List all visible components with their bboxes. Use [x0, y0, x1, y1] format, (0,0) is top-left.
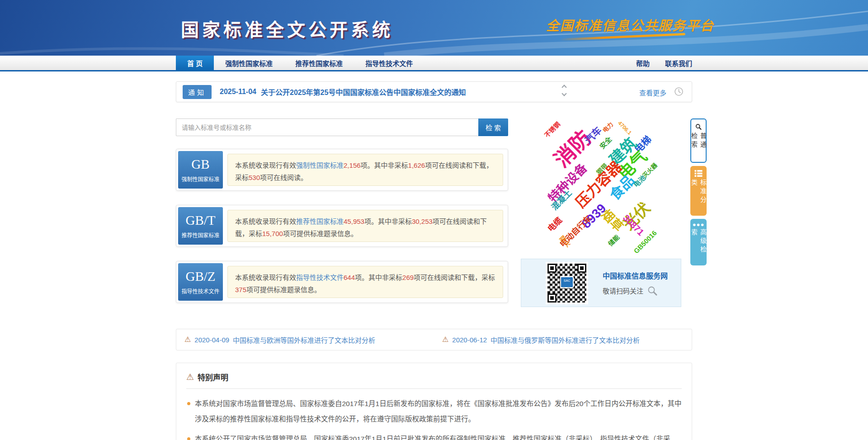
- statement-bullet-0: 本系统对国家市场监督管理总局、国家标准委自2017年1月1日后新发布的国家标准，…: [186, 396, 682, 427]
- news-item-0: ⚠2020-04-09中国标准与欧洲等国外标准进行了文本比对分析: [176, 335, 434, 345]
- card-text: 1,626: [408, 161, 425, 169]
- tab-advanced-search[interactable]: ●●● 高级检索: [690, 219, 707, 265]
- search-input[interactable]: [176, 118, 478, 136]
- nav-right-items: 帮助联系我们: [636, 56, 692, 71]
- card-category-link[interactable]: 推荐性国家标准: [296, 218, 344, 225]
- card-text: 项可在线阅读和下载，采标: [414, 274, 495, 281]
- notice-title-link[interactable]: 关于公开2025年第25号中国国家标准公告中国家标准全文的通知: [261, 86, 466, 97]
- nav-item-2[interactable]: 推荐性国家标准: [284, 56, 354, 71]
- card-text: 项。其中非采标: [361, 161, 408, 169]
- tab-basic-search[interactable]: 普通检索: [690, 118, 707, 163]
- notice-badge[interactable]: 通知: [183, 85, 212, 99]
- bullet-text: 本系统对国家市场监督管理总局、国家标准委自2017年1月1日后新发布的国家标准，…: [195, 396, 682, 427]
- card-text: 项可提供标准题录信息。: [246, 286, 321, 293]
- qr-code: SAC: [547, 264, 586, 303]
- nav-link-0[interactable]: 帮助: [636, 56, 650, 71]
- notice-scroll-controls: [562, 85, 566, 95]
- left-column: 检 索 GB强制性国家标准本系统收录现行有效强制性国家标准2,156项。其中非采…: [176, 118, 508, 307]
- divider: [186, 388, 682, 389]
- platform-logo-text: 全国标准信息公共服务平台: [546, 15, 686, 34]
- news-title-link[interactable]: 中国标准与俄罗斯等国外标准进行了文本比对分析: [491, 335, 640, 345]
- search-bar: 检 索: [176, 118, 508, 136]
- card-text: 30,253: [412, 218, 433, 225]
- card-text: 项。其中非采标: [355, 274, 402, 281]
- card-text: 644: [344, 274, 355, 281]
- qr-finder-icon: [577, 264, 586, 273]
- card-category-link[interactable]: 强制性国家标准: [296, 161, 344, 169]
- card-code-box[interactable]: GB/Z指导性技术文件: [178, 263, 223, 301]
- word-cloud-term[interactable]: 不锈钢: [542, 119, 562, 139]
- chevron-up-icon[interactable]: [561, 85, 566, 90]
- page-body: 通知 2025-11-04 关于公开2025年第25号中国国家标准公告中国家标准…: [0, 81, 868, 440]
- nav-item-3[interactable]: 指导性技术文件: [354, 56, 424, 71]
- nav-item-1[interactable]: 强制性国家标准: [214, 56, 284, 71]
- tab-basic-search-label: 普通检索: [689, 132, 708, 158]
- card-description: 本系统收录现行有效强制性国家标准2,156项。其中非采标1,626项可在线阅读和…: [227, 154, 503, 186]
- chevron-down-icon[interactable]: [561, 91, 566, 96]
- main-nav: 首 页强制性国家标准推荐性国家标准指导性技术文件 帮助联系我们: [0, 56, 868, 71]
- card-text: 269: [402, 274, 414, 281]
- qr-site-name-link[interactable]: 中国标准信息服务网: [603, 270, 668, 281]
- card-text: 375: [235, 286, 246, 293]
- card-code-label: 推荐性国家标准: [181, 231, 219, 239]
- standard-card-GB-T: GB/T推荐性国家标准本系统收录现行有效推荐性国家标准45,953项。其中非采标…: [176, 205, 508, 247]
- card-code-label: 强制性国家标准: [181, 175, 219, 183]
- tab-standard-category[interactable]: 标准分类: [690, 166, 707, 216]
- card-text: 2,156: [344, 161, 361, 169]
- clock-icon[interactable]: [674, 87, 684, 98]
- word-cloud-term[interactable]: 储能: [606, 232, 621, 248]
- card-text: 本系统收录现行有效: [235, 274, 296, 281]
- site-header: 国家标准全文公开系统 全国标准信息公共服务平台: [0, 0, 868, 56]
- notice-bar: 通知 2025-11-04 关于公开2025年第25号中国国家标准公告中国家标准…: [176, 81, 692, 102]
- card-code: GB/Z: [185, 269, 215, 284]
- news-item-1: ⚠2020-06-12中国标准与俄罗斯等国外标准进行了文本比对分析: [434, 335, 692, 345]
- standard-card-GB-Z: GB/Z指导性技术文件本系统收录现行有效指导性技术文件644项。其中非采标269…: [176, 261, 508, 303]
- card-text: 项。其中非采标: [364, 218, 412, 225]
- statement-bullet-1: 本系统公开了国家市场监督管理总局、国家标准委2017年1月1日前已批准发布的所有…: [186, 431, 682, 440]
- news-bar: ⚠2020-04-09中国标准与欧洲等国外标准进行了文本比对分析⚠2020-06…: [176, 329, 692, 350]
- warning-icon: ⚠: [184, 336, 191, 343]
- warning-icon: ⚠: [186, 373, 194, 381]
- nav-link-1[interactable]: 联系我们: [665, 56, 692, 71]
- card-code: GB: [191, 157, 209, 172]
- statement-bullets: 本系统对国家市场监督管理总局、国家标准委自2017年1月1日后新发布的国家标准，…: [186, 396, 682, 440]
- qr-finder-icon: [547, 293, 557, 303]
- standard-card-GB: GB强制性国家标准本系统收录现行有效强制性国家标准2,156项。其中非采标1,6…: [176, 149, 508, 191]
- card-text: 530: [249, 174, 260, 181]
- card-code-box[interactable]: GB强制性国家标准: [178, 151, 223, 189]
- card-text: 项可提供标准题录信息。: [283, 230, 358, 237]
- news-date: 2020-06-12: [452, 336, 487, 344]
- search-icon: [694, 123, 703, 130]
- word-cloud-term[interactable]: 电缆: [544, 214, 564, 234]
- nav-item-0[interactable]: 首 页: [176, 56, 214, 71]
- card-text: 15,700: [262, 230, 283, 237]
- card-description: 本系统收录现行有效推荐性国家标准45,953项。其中非采标30,253项可在线阅…: [227, 210, 503, 242]
- card-description: 本系统收录现行有效指导性技术文件644项。其中非采标269项可在线阅读和下载，采…: [227, 266, 503, 298]
- qr-caption: 敬请扫码关注: [603, 285, 668, 296]
- tab-advanced-search-label: 高级检索: [689, 229, 708, 261]
- qr-finder-icon: [547, 264, 557, 273]
- view-more-link[interactable]: 查看更多: [639, 88, 666, 97]
- header-wave-decoration: [0, 0, 868, 56]
- card-text: 项可在线阅读。: [260, 174, 307, 181]
- word-cloud: 不锈钢消防汽车电力4706.1安全电梯建筑电气灭火器钢带压力容器食品电池特种设备…: [521, 112, 681, 256]
- bullet-text: 本系统公开了国家市场监督管理总局、国家标准委2017年1月1日前已批准发布的所有…: [195, 431, 682, 440]
- notice-date: 2025-11-04: [220, 88, 256, 96]
- platform-logo: 全国标准信息公共服务平台: [546, 15, 686, 38]
- card-text: 本系统收录现行有效: [235, 161, 296, 169]
- side-tabs: 普通检索 标准分类 ●●● 高级检索: [690, 118, 707, 269]
- more-dots-icon: ●●●: [693, 223, 705, 227]
- qr-center-logo: SAC: [560, 276, 574, 288]
- site-title: 国家标准全文公开系统: [181, 15, 393, 42]
- list-icon: [694, 170, 703, 177]
- news-title-link[interactable]: 中国标准与欧洲等国外标准进行了文本比对分析: [233, 335, 375, 345]
- nav-items: 首 页强制性国家标准推荐性国家标准指导性技术文件: [176, 56, 424, 71]
- search-button[interactable]: 检 索: [478, 118, 508, 136]
- card-code-box[interactable]: GB/T推荐性国家标准: [178, 207, 223, 245]
- qr-caption-text: 敬请扫码关注: [603, 286, 643, 295]
- card-code: GB/T: [185, 213, 215, 228]
- qr-card: SAC 中国标准信息服务网 敬请扫码关注: [521, 259, 681, 307]
- right-column: 不锈钢消防汽车电力4706.1安全电梯建筑电气灭火器钢带压力容器食品电池特种设备…: [521, 112, 681, 307]
- card-category-link[interactable]: 指导性技术文件: [296, 274, 344, 281]
- warning-icon: ⚠: [442, 336, 448, 343]
